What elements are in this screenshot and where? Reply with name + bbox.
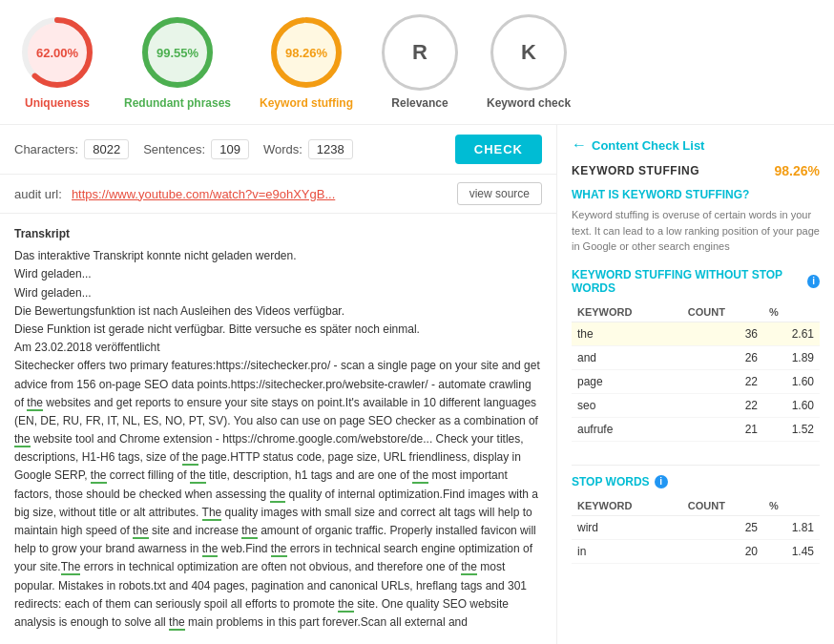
circle-value-keyword-stuffing: 98.26% — [285, 46, 327, 60]
text-line: Das interaktive Transkript konnte nicht … — [14, 247, 542, 265]
sentences-stat: Sentences: 109 — [143, 139, 249, 159]
circle-uniqueness: 62.00% — [19, 14, 95, 91]
cell-count: 36 — [682, 322, 763, 345]
metric-keyword-check: K Keyword check — [487, 14, 571, 110]
table1-header-row: KEYWORDCOUNT% — [572, 302, 820, 322]
keyword-highlight: the — [14, 432, 31, 447]
metric-label-relevance: Relevance — [391, 96, 448, 110]
words-label: Words: — [263, 142, 302, 156]
text-line: Wird geladen... — [14, 265, 542, 283]
table-column-header: % — [763, 496, 820, 516]
table2-title: STOP WORDS i — [572, 475, 820, 488]
table-row: in201.45 — [572, 539, 820, 563]
back-link[interactable]: ← Content Check List — [572, 136, 820, 154]
metric-uniqueness: 62.00% Uniqueness — [19, 14, 95, 110]
section-score: 98.26% — [775, 163, 820, 178]
metrics-bar: 62.00% Uniqueness 99.55% Redundant phras… — [0, 0, 834, 125]
metric-label-redundant: Redundant phrases — [124, 96, 231, 110]
divider — [572, 465, 820, 466]
cell-keyword: the — [572, 322, 682, 345]
left-panel: Characters: 8022 Sentences: 109 Words: 1… — [0, 125, 557, 644]
table-row: aufrufe211.52 — [572, 417, 820, 441]
letter-relevance: R — [382, 14, 458, 91]
table-column-header: KEYWORD — [572, 496, 682, 516]
cell-percent: 1.81 — [763, 515, 820, 539]
table1-title-text: KEYWORD STUFFING WITHOUT STOP WORDS — [572, 268, 803, 295]
table-row: the362.61 — [572, 322, 820, 345]
stats-bar: Characters: 8022 Sentences: 109 Words: 1… — [0, 125, 556, 175]
sentences-value: 109 — [211, 139, 249, 159]
cell-percent: 1.45 — [763, 539, 820, 563]
cell-count: 26 — [682, 345, 763, 369]
cell-keyword: aufrufe — [572, 417, 682, 441]
cell-count: 20 — [682, 539, 763, 563]
table-row: page221.60 — [572, 369, 820, 393]
circle-redundant: 99.55% — [139, 14, 216, 91]
cell-keyword: and — [572, 345, 682, 369]
cell-percent: 1.60 — [763, 369, 820, 393]
keyword-highlight: the — [182, 450, 198, 466]
sentences-label: Sentences: — [143, 142, 205, 156]
circle-value-uniqueness: 62.00% — [36, 46, 78, 60]
keyword-highlight: the — [133, 524, 149, 539]
cell-count: 22 — [682, 369, 763, 393]
cell-keyword: seo — [572, 393, 682, 417]
url-bar: audit url: https://www.youtube.com/watch… — [0, 175, 556, 214]
keyword-highlight: the — [461, 560, 477, 575]
table2-header-row: KEYWORDCOUNT% — [572, 496, 820, 516]
metric-label-uniqueness: Uniqueness — [25, 96, 90, 110]
check-button[interactable]: CHECK — [455, 135, 542, 164]
keyword-highlight: the — [27, 396, 43, 411]
text-line: Die Bewertungsfunktion ist nach Ausleihe… — [14, 302, 542, 321]
cell-percent: 1.89 — [763, 345, 820, 369]
keyword-highlight: the — [190, 468, 206, 484]
circle-value-redundant: 99.55% — [156, 46, 198, 60]
characters-stat: Characters: 8022 — [14, 139, 129, 159]
keyword-highlight: the — [241, 524, 258, 539]
keyword-highlight: the — [271, 542, 287, 557]
table1-title: KEYWORD STUFFING WITHOUT STOP WORDS i — [572, 268, 820, 295]
url-label: audit url: — [14, 187, 62, 201]
cell-keyword: wird — [572, 515, 682, 539]
table2-title-text: STOP WORDS — [572, 475, 650, 488]
metric-label-keyword-check: Keyword check — [487, 96, 571, 110]
metric-relevance: R Relevance — [382, 14, 458, 110]
table-row: wird251.81 — [572, 515, 820, 539]
content-area: Characters: 8022 Sentences: 109 Words: 1… — [0, 125, 834, 644]
info-icon-1[interactable]: i — [807, 275, 820, 288]
text-line: Wird geladen... — [14, 284, 542, 302]
table-column-header: KEYWORD — [572, 302, 682, 322]
keyword-highlight: the — [91, 468, 107, 484]
text-content: Transkript Das interaktive Transkript ko… — [0, 214, 556, 644]
keyword-highlight: The — [202, 506, 222, 521]
keyword-table-1: KEYWORDCOUNT% the362.61and261.89page221.… — [572, 302, 820, 442]
text-line: Am 23.02.2018 veröffentlicht — [14, 339, 542, 357]
keyword-stuffing-header: KEYWORD STUFFING 98.26% — [572, 163, 820, 178]
cell-percent: 1.52 — [763, 417, 820, 441]
table-column-header: COUNT — [682, 302, 763, 322]
characters-value: 8022 — [84, 139, 129, 159]
view-source-button[interactable]: view source — [457, 182, 542, 205]
what-is-desc: Keyword stuffing is overuse of certain w… — [572, 207, 820, 255]
cell-count: 25 — [682, 515, 763, 539]
cell-percent: 2.61 — [763, 322, 820, 345]
table-column-header: % — [763, 302, 820, 322]
cell-percent: 1.60 — [763, 393, 820, 417]
keyword-highlight: the — [412, 468, 428, 484]
text-line: Diese Funktion ist gerade nicht verfügba… — [14, 321, 542, 339]
info-icon-2[interactable]: i — [655, 475, 668, 488]
table-column-header: COUNT — [682, 496, 763, 516]
audit-url[interactable]: https://www.youtube.com/watch?v=e9ohXYgB… — [72, 187, 448, 201]
table-row: and261.89 — [572, 345, 820, 369]
text-line: Sitechecker offers two primary features:… — [14, 357, 542, 632]
back-link-label: Content Check List — [592, 138, 704, 153]
cell-keyword: page — [572, 369, 682, 393]
metric-redundant: 99.55% Redundant phrases — [124, 14, 231, 110]
keyword-highlight: the — [270, 488, 286, 503]
letter-keyword-check: K — [490, 14, 567, 91]
keyword-highlight: the — [169, 615, 185, 631]
keyword-highlight: the — [202, 542, 219, 557]
keyword-highlight: The — [61, 560, 81, 575]
table-row: seo221.60 — [572, 393, 820, 417]
words-value: 1238 — [308, 139, 353, 159]
